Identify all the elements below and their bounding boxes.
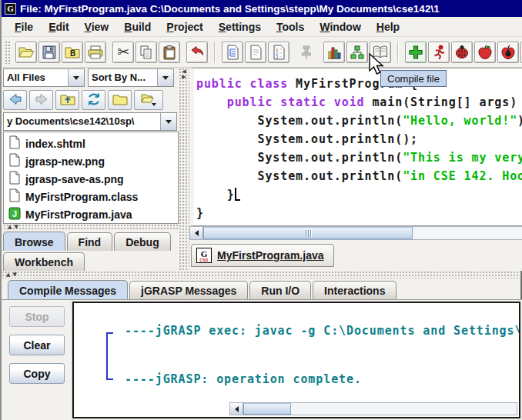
toolbar-button-undo[interactable] <box>186 42 208 63</box>
scroll-left-icon <box>235 406 239 412</box>
file-list-item[interactable]: index.shtml <box>4 135 178 152</box>
browse-nav-toolbar <box>3 88 179 111</box>
file-filter-dropdown-button[interactable] <box>68 69 84 86</box>
directory-combobox[interactable]: y Documents\cse142\10sp\ <box>3 112 177 131</box>
file-list-item[interactable]: jgrasp-new.png <box>4 152 178 170</box>
browse-splitter[interactable]: ▲▼ <box>3 224 179 231</box>
file-filter-combobox[interactable]: All Files <box>3 68 85 87</box>
menu-build[interactable]: Build <box>117 18 158 35</box>
menu-help[interactable]: Help <box>370 18 407 35</box>
toolbar-button-copy[interactable] <box>136 42 157 63</box>
editor-panel: public class MyFirstProgram { public sta… <box>189 68 522 271</box>
toolbar-button-cut[interactable]: ✂ <box>112 42 134 63</box>
scroll-thumb[interactable] <box>243 403 291 415</box>
tab-compile-messages[interactable]: Compile Messages <box>8 280 128 299</box>
menu-edit[interactable]: Edit <box>42 18 75 35</box>
toolbar-group: B <box>15 42 106 63</box>
toolbar-button-csd-document[interactable] <box>222 42 243 63</box>
horizontal-splitter[interactable]: ▲▼ <box>2 271 522 278</box>
vertical-splitter[interactable]: ◀▶ <box>179 68 189 271</box>
chevron-down-icon <box>166 120 172 124</box>
undo-icon <box>189 44 206 61</box>
editor-hscrollbar[interactable] <box>189 226 522 240</box>
file-list-item[interactable]: MyFirstProgram.class <box>4 188 178 205</box>
splitter-up-icon: ▲ <box>6 272 10 278</box>
code-editor[interactable]: public class MyFirstProgram { public sta… <box>189 68 522 226</box>
open-folder-icon <box>18 44 35 61</box>
toolbar-button-uml-tree[interactable] <box>346 42 368 63</box>
scroll-thumb[interactable] <box>203 227 413 239</box>
copy-button[interactable]: Copy <box>9 363 65 384</box>
tab-workbench[interactable]: Workbench <box>3 252 85 271</box>
scroll-track[interactable] <box>291 403 517 415</box>
cut-glyph: ✂ <box>117 43 129 60</box>
toolbar-button-save[interactable] <box>38 42 60 63</box>
toolbar-button-run-man[interactable] <box>428 42 450 63</box>
toolbar-button-complexity-chart[interactable] <box>323 42 345 63</box>
output-text: ----jGRASP exec: javac -g C:\Documents a… <box>74 303 519 388</box>
editor-tab-label: MyFirstProgram.java <box>217 249 324 262</box>
toolbar-button-print[interactable] <box>85 42 106 63</box>
toolbar-button-open-folder[interactable] <box>15 42 37 63</box>
output-csd-bracket <box>106 332 113 380</box>
sort-combobox[interactable]: Sort By N... <box>88 68 174 87</box>
editor-file-tab[interactable]: GCSD MyFirstProgram.java <box>191 244 334 267</box>
file-list-item[interactable]: JMyFirstProgram.java <box>4 205 178 223</box>
menu-tools[interactable]: Tools <box>269 18 311 35</box>
menu-view[interactable]: View <box>78 18 116 35</box>
output-hscrollbar[interactable] <box>229 402 517 415</box>
uml-tree-icon <box>349 44 366 61</box>
menu-file[interactable]: File <box>8 18 40 35</box>
code-token <box>196 95 227 109</box>
nav-button-new-folder[interactable] <box>108 90 132 110</box>
code-line: } <box>196 185 522 204</box>
menu-project[interactable]: Project <box>159 18 209 35</box>
tab-run-i-o[interactable]: Run I/O <box>249 281 311 299</box>
save-icon <box>41 44 58 61</box>
toolbar-button-apple[interactable] <box>474 42 496 63</box>
scroll-left-button[interactable] <box>230 403 243 415</box>
toolbar-button-pin[interactable] <box>296 42 317 63</box>
tab-interactions[interactable]: Interactions <box>313 281 397 299</box>
nav-button-forward-arrow[interactable] <box>29 90 53 110</box>
toolbar-button-paste[interactable] <box>159 42 180 63</box>
toolbar-button-folder-b[interactable]: B <box>62 42 83 63</box>
compile-output[interactable]: ----jGRASP exec: javac -g C:\Documents a… <box>72 302 520 418</box>
menu-settings[interactable]: Settings <box>212 18 268 35</box>
output-line: ----jGRASP: operation complete. <box>125 372 519 388</box>
window-title: File: MyFirstProgram.java C:\Documents a… <box>20 3 440 15</box>
toolbar-button-compile-plus[interactable] <box>405 42 427 63</box>
tab-find[interactable]: Find <box>67 232 113 251</box>
browse-tabs: BrowseFindDebugWorkbench <box>3 231 179 271</box>
nav-button-open-folder-drop[interactable] <box>134 90 163 110</box>
toolbar-drag-handle[interactable] <box>5 41 11 64</box>
toolbar-group <box>405 42 522 63</box>
menu-window[interactable]: Window <box>313 18 368 35</box>
file-list-item[interactable]: jgrasp-save-as.png <box>4 170 178 188</box>
code-token: } <box>196 188 235 202</box>
scroll-track[interactable] <box>413 227 522 239</box>
toolbar-button-plain-document[interactable] <box>245 42 266 63</box>
tab-debug[interactable]: Debug <box>114 232 171 251</box>
code-line: } <box>196 204 522 222</box>
clear-button[interactable]: Clear <box>9 335 65 355</box>
directory-dropdown-button[interactable] <box>160 113 176 130</box>
nav-button-back-arrow[interactable] <box>3 90 27 110</box>
toolbar-button-ladybug[interactable] <box>451 42 473 63</box>
splitter-down-icon: ▼ <box>14 225 18 230</box>
nav-button-refresh[interactable] <box>82 90 105 110</box>
tab-jgrasp-messages[interactable]: jGRASP Messages <box>129 281 248 299</box>
toolbar-group: 123 <box>222 42 289 63</box>
code-token: "in CSE 142. Hoo <box>403 169 522 183</box>
up-folder-icon <box>59 91 76 110</box>
toolbar-button-apple-bug[interactable] <box>497 42 519 63</box>
tab-browse[interactable]: Browse <box>3 232 65 251</box>
toolbar-button-numbered-document[interactable]: 123 <box>268 42 289 63</box>
sort-dropdown-button[interactable] <box>157 69 173 86</box>
splitter-up-icon: ▲ <box>8 225 12 230</box>
scroll-left-button[interactable] <box>190 227 203 239</box>
stop-button[interactable]: Stop <box>9 306 65 327</box>
code-line: public class MyFirstProgram { <box>196 75 522 93</box>
file-list: index.shtmljgrasp-new.pngjgrasp-save-as.… <box>3 132 179 224</box>
nav-button-up-folder[interactable] <box>55 90 79 110</box>
